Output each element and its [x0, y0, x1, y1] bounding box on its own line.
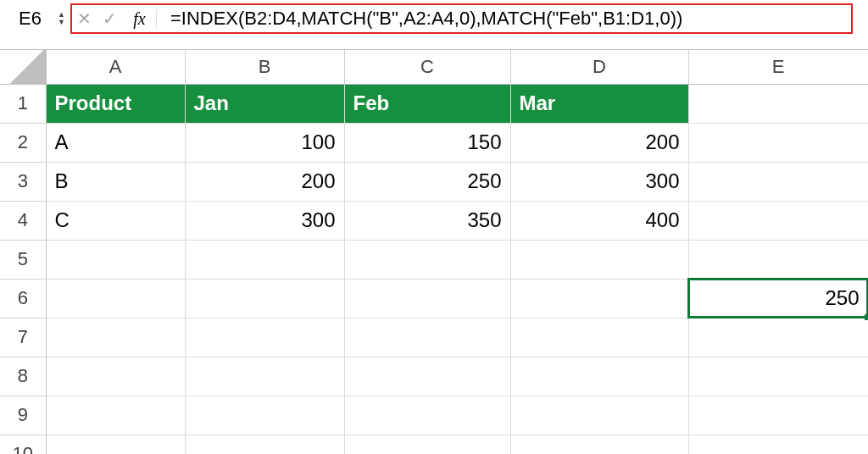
- cell-B3[interactable]: 200: [185, 162, 344, 201]
- formula-bar-highlight: ✕ ✓ fx: [70, 3, 853, 34]
- cell-E5[interactable]: [688, 240, 868, 279]
- row-head-5[interactable]: 5: [0, 240, 46, 279]
- cell-E9[interactable]: [688, 396, 868, 435]
- row-head-7[interactable]: 7: [0, 318, 46, 357]
- spreadsheet-grid[interactable]: A B C D E 1 Product Jan Feb Mar 2 A 100 …: [0, 49, 868, 454]
- cell-A9[interactable]: [46, 396, 185, 435]
- row-head-8[interactable]: 8: [0, 357, 46, 396]
- cell-A8[interactable]: [46, 357, 185, 396]
- cell-C2[interactable]: 150: [344, 123, 510, 162]
- cell-C10[interactable]: [344, 435, 510, 454]
- row-head-4[interactable]: 4: [0, 201, 46, 240]
- cell-B5[interactable]: [185, 240, 344, 279]
- col-head-B[interactable]: B: [185, 50, 344, 84]
- cell-B10[interactable]: [185, 435, 344, 454]
- cell-D7[interactable]: [510, 318, 688, 357]
- cell-A7[interactable]: [46, 318, 185, 357]
- cell-A5[interactable]: [46, 240, 185, 279]
- formula-bar: ▲ ▼ ✕ ✓ fx: [0, 0, 868, 37]
- cell-E3[interactable]: [688, 162, 868, 201]
- cell-E2[interactable]: [688, 123, 868, 162]
- cell-E7[interactable]: [688, 318, 868, 357]
- col-head-D[interactable]: D: [510, 50, 688, 84]
- cell-A1[interactable]: Product: [46, 84, 185, 123]
- name-box[interactable]: [15, 6, 58, 31]
- accept-icon[interactable]: ✓: [97, 8, 123, 29]
- cell-D5[interactable]: [510, 240, 688, 279]
- cell-D10[interactable]: [510, 435, 688, 454]
- cell-D1[interactable]: Mar: [510, 84, 688, 123]
- cell-B4[interactable]: 300: [185, 201, 344, 240]
- row-head-6[interactable]: 6: [0, 279, 46, 318]
- chevron-down-icon[interactable]: ▼: [58, 19, 65, 26]
- cell-D3[interactable]: 300: [510, 162, 688, 201]
- cell-A4[interactable]: C: [46, 201, 185, 240]
- row-head-2[interactable]: 2: [0, 123, 46, 162]
- cell-D2[interactable]: 200: [510, 123, 688, 162]
- cell-C8[interactable]: [344, 357, 510, 396]
- cell-B6[interactable]: [185, 279, 344, 318]
- cell-C4[interactable]: 350: [344, 201, 510, 240]
- cell-C9[interactable]: [344, 396, 510, 435]
- col-head-A[interactable]: A: [46, 50, 185, 84]
- row-head-9[interactable]: 9: [0, 396, 46, 435]
- cell-C7[interactable]: [344, 318, 510, 357]
- fx-icon[interactable]: fx: [123, 9, 157, 29]
- cell-D6[interactable]: [510, 279, 688, 318]
- cell-B8[interactable]: [185, 357, 344, 396]
- row-head-3[interactable]: 3: [0, 162, 46, 201]
- cell-A10[interactable]: [46, 435, 185, 454]
- cell-E10[interactable]: [688, 435, 868, 454]
- cell-E8[interactable]: [688, 357, 868, 396]
- cell-B7[interactable]: [185, 318, 344, 357]
- cell-E4[interactable]: [688, 201, 868, 240]
- cell-E6[interactable]: 250: [688, 279, 868, 318]
- name-box-wrap: ▲ ▼: [15, 4, 70, 33]
- cell-D8[interactable]: [510, 357, 688, 396]
- row-head-10[interactable]: 10: [0, 435, 46, 454]
- cell-C1[interactable]: Feb: [344, 84, 510, 123]
- col-head-C[interactable]: C: [344, 50, 510, 84]
- row-head-1[interactable]: 1: [0, 84, 46, 123]
- name-box-stepper[interactable]: ▲ ▼: [58, 11, 65, 26]
- col-head-E[interactable]: E: [688, 50, 868, 84]
- select-all-corner[interactable]: [0, 50, 46, 84]
- cell-E1[interactable]: [688, 84, 868, 123]
- cell-B1[interactable]: Jan: [185, 84, 344, 123]
- cell-B9[interactable]: [185, 396, 344, 435]
- cancel-icon[interactable]: ✕: [72, 8, 97, 29]
- cell-B2[interactable]: 100: [185, 123, 344, 162]
- cell-A6[interactable]: [46, 279, 185, 318]
- cell-A3[interactable]: B: [46, 162, 185, 201]
- cell-C5[interactable]: [344, 240, 510, 279]
- cell-D4[interactable]: 400: [510, 201, 688, 240]
- cell-C3[interactable]: 250: [344, 162, 510, 201]
- cell-D9[interactable]: [510, 396, 688, 435]
- cell-A2[interactable]: A: [46, 123, 185, 162]
- cell-C6[interactable]: [344, 279, 510, 318]
- formula-input[interactable]: [165, 8, 851, 30]
